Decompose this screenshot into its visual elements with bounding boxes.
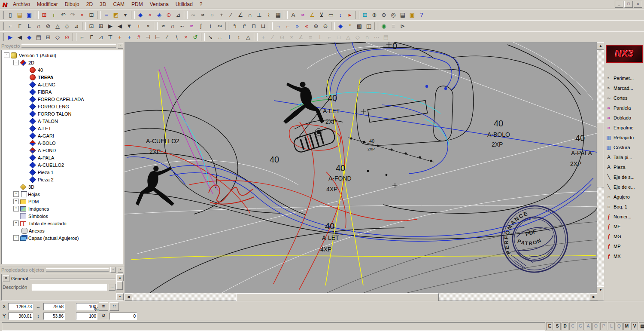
tree-expand-toggle[interactable]: +: [13, 199, 19, 204]
select-diamond-icon[interactable]: ◈: [155, 10, 164, 19]
scrollbar-thumb[interactable]: [116, 281, 123, 290]
parallel-tool[interactable]: ≈ Paralela: [604, 103, 644, 113]
toolbar-separator[interactable]: [254, 33, 258, 41]
corner-sw-icon[interactable]: L: [24, 21, 34, 31]
menu-archivo[interactable]: Archivo: [9, 0, 33, 8]
offset-curve-icon[interactable]: ≈: [187, 21, 196, 31]
updown-icon[interactable]: ↕: [234, 33, 243, 42]
description-input[interactable]: [32, 284, 107, 291]
corner-round-icon[interactable]: ∩: [34, 21, 43, 31]
size-text-tool[interactable]: A Talla pi...: [604, 152, 644, 162]
panel-restore-button[interactable]: ▫: [118, 43, 123, 49]
menu-3d[interactable]: 3D: [96, 0, 109, 8]
tree-expand-toggle[interactable]: -: [13, 60, 19, 65]
similar-curve-icon[interactable]: ∽: [177, 21, 187, 31]
trim-left-icon[interactable]: ⊣: [143, 33, 153, 42]
menu-2d[interactable]: 2D: [83, 0, 96, 8]
zoom-y-input[interactable]: [76, 313, 97, 320]
description-more-button[interactable]: ...: [109, 284, 115, 291]
toolbar-grip[interactable]: [2, 22, 4, 30]
move-right-icon[interactable]: →: [273, 21, 283, 31]
tree-item[interactable]: A-TALON: [2, 117, 123, 125]
fold-tool[interactable]: ≈ Doblado: [604, 113, 644, 123]
toolbar-separator[interactable]: [97, 11, 101, 19]
toolbar-separator[interactable]: [35, 11, 39, 19]
tree-item[interactable]: A-LENG: [2, 81, 123, 88]
star-icon[interactable]: *: [345, 21, 355, 31]
height-value-input[interactable]: [43, 313, 65, 320]
grid-icon[interactable]: ▦: [273, 10, 283, 19]
layers-disabled-icon[interactable]: ▤: [381, 33, 391, 42]
toggle-q[interactable]: Q: [616, 322, 623, 330]
arrow-up-right-icon[interactable]: ↱: [240, 21, 249, 31]
vertical-scrollbar[interactable]: ▲ ▼: [597, 42, 604, 293]
slash-disabled-icon[interactable]: ∕: [268, 33, 277, 42]
scroll-down-icon[interactable]: ▼: [116, 293, 124, 300]
tree-item[interactable]: Anexos: [2, 227, 123, 234]
triangle-icon[interactable]: △: [53, 21, 62, 31]
backslash-icon[interactable]: ∖: [172, 33, 181, 42]
move-tool-icon[interactable]: +: [125, 33, 134, 42]
tree-item[interactable]: FORRO CAPELLADA: [2, 95, 123, 103]
tree-item[interactable]: A-LET: [2, 125, 123, 132]
new-file-icon[interactable]: ▯: [6, 10, 15, 19]
move-left-icon[interactable]: ←: [283, 21, 292, 31]
hash-icon[interactable]: #: [134, 33, 143, 42]
square-disabled-icon[interactable]: □: [334, 33, 343, 42]
half-square-icon[interactable]: ◫: [364, 21, 374, 31]
text-icon[interactable]: A: [289, 10, 298, 19]
step-left-icon[interactable]: ◀: [115, 21, 125, 31]
x-coordinate-input[interactable]: [8, 303, 33, 310]
toolbar-separator[interactable]: [331, 22, 335, 30]
toolbar-grip[interactable]: [2, 11, 4, 19]
smooth-curve-icon[interactable]: ≈: [158, 21, 168, 31]
bracket-close-icon[interactable]: ⊔: [258, 21, 268, 31]
layer-list-icon[interactable]: ≡: [102, 10, 111, 19]
angle-icon[interactable]: ∠: [307, 10, 317, 19]
erase-icon[interactable]: ×: [145, 10, 155, 19]
close-button[interactable]: ×: [634, 1, 642, 8]
panel-close-button[interactable]: ×: [118, 267, 123, 273]
open-folder-icon[interactable]: ▤: [15, 10, 24, 19]
mp-tool[interactable]: ƒ MP: [604, 241, 644, 251]
solid-diamond-icon[interactable]: ◆: [24, 33, 34, 42]
fill-left-icon[interactable]: ◀: [15, 33, 24, 42]
line-icon[interactable]: ∕: [226, 10, 236, 19]
scrollbar-thumb[interactable]: [236, 293, 439, 301]
tree-expand-toggle[interactable]: +: [13, 206, 19, 211]
integral-curve-icon[interactable]: ∫: [196, 21, 206, 31]
dim-baseline-icon[interactable]: ⊤: [106, 33, 115, 42]
grid-plus-icon[interactable]: ⊞: [43, 33, 53, 42]
menu-utilidad[interactable]: Utilidad: [172, 0, 196, 8]
zoom-extents-icon[interactable]: ◎: [389, 10, 398, 19]
rewind-icon[interactable]: «: [302, 21, 311, 31]
section-menu-button[interactable]: ≡: [3, 275, 9, 282]
toolbar-separator[interactable]: [201, 33, 205, 41]
slash-icon[interactable]: ∕: [162, 33, 172, 42]
angle-input[interactable]: [109, 313, 137, 320]
rotate-ccw-icon[interactable]: ↺: [99, 312, 108, 320]
corner-disabled-icon[interactable]: ⌐: [325, 33, 334, 42]
tree-item[interactable]: A-BOLO: [2, 139, 123, 147]
diamond-disabled-icon[interactable]: ◇: [353, 33, 362, 42]
marker-tool[interactable]: ≈ Marcad...: [604, 83, 644, 93]
mg-tool[interactable]: ƒ MG: [604, 231, 644, 241]
zoom-window-icon[interactable]: ⊞: [360, 10, 370, 19]
tree-item[interactable]: - 2D: [2, 59, 123, 66]
triangle-tool-icon[interactable]: ⊿: [96, 33, 106, 42]
point-icon[interactable]: +: [217, 10, 226, 19]
triangle-disabled-icon[interactable]: △: [343, 33, 353, 42]
arc-disabled-icon[interactable]: ∩: [362, 33, 372, 42]
diameter-icon[interactable]: ⊘: [43, 21, 53, 31]
world-icon[interactable]: ◉: [379, 21, 389, 31]
notch-icon[interactable]: ⊻: [317, 10, 326, 19]
corner-nw-icon[interactable]: ⌐: [6, 21, 15, 31]
grid-status-icon[interactable]: ▤: [639, 322, 644, 330]
menu-dibujo[interactable]: Dibujo: [61, 0, 83, 8]
tree-expand-toggle[interactable]: +: [13, 191, 19, 197]
width-icon[interactable]: ↔: [215, 33, 225, 42]
toolbar-grip[interactable]: [2, 33, 4, 41]
blue-diamond-icon[interactable]: ◆: [336, 21, 345, 31]
remove-point-icon[interactable]: ×: [143, 21, 153, 31]
maximize-button[interactable]: □: [624, 1, 633, 8]
